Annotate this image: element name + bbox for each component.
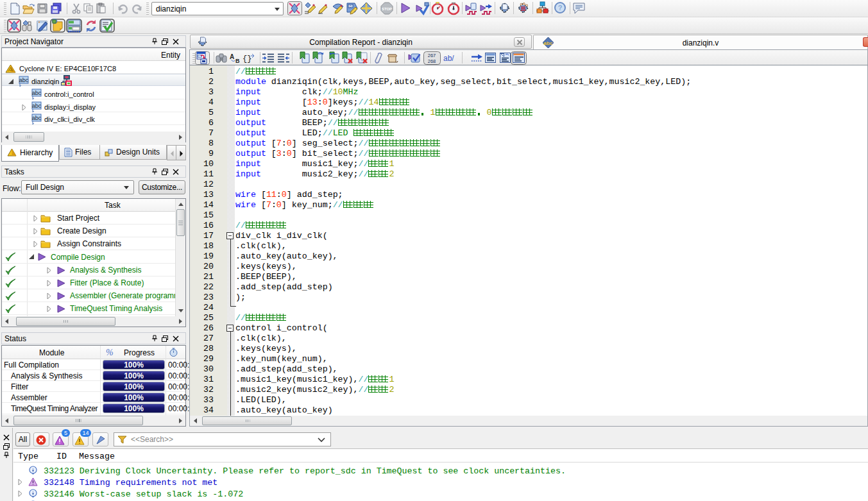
svg-text:abc: abc <box>32 90 42 96</box>
svg-text:268: 268 <box>428 58 436 64</box>
svg-text:D: D <box>350 4 352 8</box>
svg-text:ab/: ab/ <box>443 54 454 63</box>
svg-text:abc: abc <box>32 115 42 121</box>
svg-text:?: ? <box>558 4 563 12</box>
svg-text:abc: abc <box>19 77 29 83</box>
svg-text:B: B <box>235 58 240 64</box>
svg-text:{}: {} <box>243 55 251 64</box>
svg-text:A: A <box>230 53 234 60</box>
svg-text:STOP: STOP <box>382 7 392 11</box>
svg-text:abc: abc <box>32 103 42 109</box>
